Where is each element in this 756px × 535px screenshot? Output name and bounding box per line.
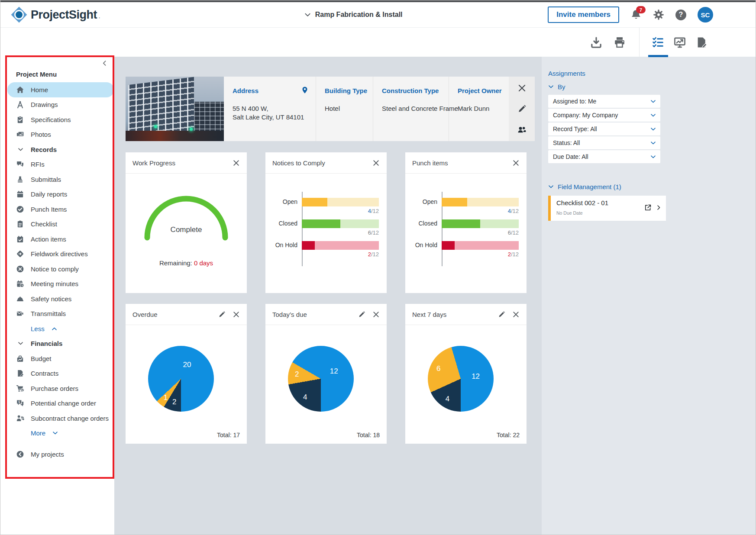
sidebar-item-purchase-orders[interactable]: Purchase orders: [0, 381, 114, 396]
chevron-down-icon: [650, 140, 656, 146]
meeting-minutes-icon: [16, 280, 24, 288]
project-field-project-owner: Project OwnerMark Dunn: [449, 77, 509, 141]
chevron-down-icon: [650, 126, 656, 132]
project-menu-sidebar: Project Menu HomeDrawingsSpecificationsP…: [0, 57, 114, 535]
widget-today-s-due: Today’s due4212Total: 18: [265, 304, 387, 444]
filter-company[interactable]: Company: My Company: [548, 109, 660, 122]
tab-reports[interactable]: [669, 28, 691, 57]
invite-members-button[interactable]: Invite members: [548, 6, 619, 23]
tab-forms[interactable]: [691, 28, 712, 57]
sidebar-item-contracts[interactable]: Contracts: [0, 366, 114, 381]
sidebar-link-more[interactable]: More: [0, 426, 114, 441]
sidebar-item-daily-reports[interactable]: Daily reports: [0, 187, 114, 202]
project-card-actions: [509, 77, 535, 141]
notice-to-comply-icon: [16, 265, 24, 273]
location-pin-icon: [301, 86, 309, 94]
sidebar-item-budget[interactable]: Budget: [0, 351, 114, 366]
bar-row-closed: Closed6/12: [442, 219, 519, 241]
pie-segment-label: 12: [330, 367, 338, 376]
close-icon[interactable]: [512, 311, 520, 318]
team-members-icon[interactable]: [517, 125, 527, 134]
assignment-filters: Assigned to: MeCompany: My CompanyRecord…: [548, 95, 660, 163]
pie-chart: 4612: [428, 346, 494, 412]
field-management-toggle[interactable]: Field Management (1): [548, 183, 756, 190]
help-icon[interactable]: ?: [675, 10, 686, 20]
tab-tasks[interactable]: [647, 28, 669, 57]
sidebar-group-records[interactable]: Records: [0, 142, 114, 157]
sidebar-item-home[interactable]: Home: [7, 82, 114, 97]
edit-pencil-icon[interactable]: [517, 104, 527, 113]
projectsight-logo-icon: [12, 7, 26, 22]
edit-pencil-icon[interactable]: [498, 311, 505, 318]
sidebar-item-fieldwork-directives[interactable]: Fieldwork directives: [0, 247, 114, 262]
notifications-bell-icon[interactable]: 7: [630, 9, 642, 20]
sidebar-item-subcontract-change-orders[interactable]: Subcontract change orders: [0, 411, 114, 426]
close-icon[interactable]: [372, 311, 380, 318]
drawings-icon: [16, 100, 24, 109]
sidebar-item-my-projects[interactable]: My projects: [0, 447, 114, 462]
sidebar-item-action-items[interactable]: Action items: [0, 232, 114, 247]
chevron-up-icon: [52, 326, 57, 332]
close-icon[interactable]: [512, 159, 520, 167]
checklist-assignment-card[interactable]: Checklist 002 - 01 No Due Date: [548, 196, 666, 221]
sidebar-item-submittals[interactable]: Submittals: [0, 172, 114, 187]
pie-segment-label: 4: [446, 395, 449, 403]
dashboard-toolbar: [0, 27, 756, 57]
close-icon[interactable]: [372, 159, 380, 167]
edit-pencil-icon[interactable]: [218, 311, 226, 318]
open-external-icon[interactable]: [644, 204, 652, 211]
user-avatar[interactable]: SC: [698, 7, 713, 23]
my-projects-icon: [16, 450, 24, 458]
sidebar-item-photos[interactable]: Photos: [0, 127, 114, 142]
settings-gear-icon[interactable]: [653, 9, 664, 20]
svg-text:$: $: [18, 400, 20, 404]
widget-title: Today’s due: [272, 311, 351, 318]
group-by-toggle[interactable]: By: [548, 83, 756, 90]
budget-icon: [16, 355, 24, 363]
assignments-panel: Assignments By Assigned to: MeCompany: M…: [542, 57, 756, 535]
widget-next-7-days: Next 7 days4612Total: 22: [405, 304, 527, 444]
filter-due-date[interactable]: Due Date: All: [548, 150, 660, 163]
chevron-down-icon: [304, 12, 311, 18]
filter-record-type[interactable]: Record Type: All: [548, 122, 660, 135]
sidebar-item-meeting-minutes[interactable]: Meeting minutes: [0, 277, 114, 292]
project-selector[interactable]: Ramp Fabrication & Install: [159, 11, 548, 19]
sidebar-item-potential-change-order[interactable]: $Potential change order: [0, 396, 114, 411]
chevron-right-icon[interactable]: [656, 205, 662, 210]
projectsight-app: ProjectSight . Ramp Fabrication & Instal…: [0, 0, 756, 535]
sidebar-item-transmittals[interactable]: Transmittals: [0, 306, 114, 322]
brand-logo[interactable]: ProjectSight .: [12, 7, 159, 22]
close-icon[interactable]: [517, 84, 527, 93]
download-icon[interactable]: [590, 36, 602, 48]
sidebar-item-rfis[interactable]: RFIs: [0, 157, 114, 172]
bar-row-closed: Closed6/12: [302, 219, 379, 241]
remaining-days: Remaining: 0 days: [159, 259, 213, 267]
pie-segment-label: 20: [183, 361, 191, 369]
pie-segment-label: 12: [472, 372, 480, 381]
sidebar-item-specifications[interactable]: Specifications: [0, 112, 114, 127]
filter-assigned-to[interactable]: Assigned to: Me: [548, 95, 660, 108]
dashboard-main: Address55 N 400 W,Salt Lake City, UT 841…: [114, 57, 542, 535]
close-icon[interactable]: [233, 159, 240, 167]
collapse-sidebar-icon[interactable]: [101, 60, 107, 66]
brand-text: ProjectSight: [31, 8, 97, 22]
sidebar-item-safety-notices[interactable]: Safety notices: [0, 291, 114, 306]
print-icon[interactable]: [614, 36, 626, 48]
widget-title: Next 7 days: [412, 311, 491, 318]
sidebar-link-less[interactable]: Less: [0, 321, 114, 336]
close-icon[interactable]: [233, 311, 240, 318]
edit-pencil-icon[interactable]: [358, 311, 365, 318]
rfis-icon: [16, 160, 24, 168]
sidebar-item-punch-items[interactable]: Punch Items: [0, 202, 114, 217]
chevron-down-icon: [18, 341, 23, 346]
progress-gauge: Complete Remaining: 0 days: [126, 174, 247, 267]
sidebar-item-notice-to-comply[interactable]: Notice to comply: [0, 261, 114, 277]
filter-status[interactable]: Status: All: [548, 136, 660, 149]
sidebar-item-checklist[interactable]: Checklist: [0, 217, 114, 232]
sidebar-item-drawings[interactable]: Drawings: [0, 97, 114, 113]
sidebar-group-financials[interactable]: Financials: [0, 336, 114, 351]
punch-items-icon: [16, 205, 24, 213]
pie-segment-label: 6: [436, 364, 440, 373]
header-actions: Invite members 7 ? SC: [548, 6, 713, 23]
brand-mark: .: [99, 13, 100, 19]
